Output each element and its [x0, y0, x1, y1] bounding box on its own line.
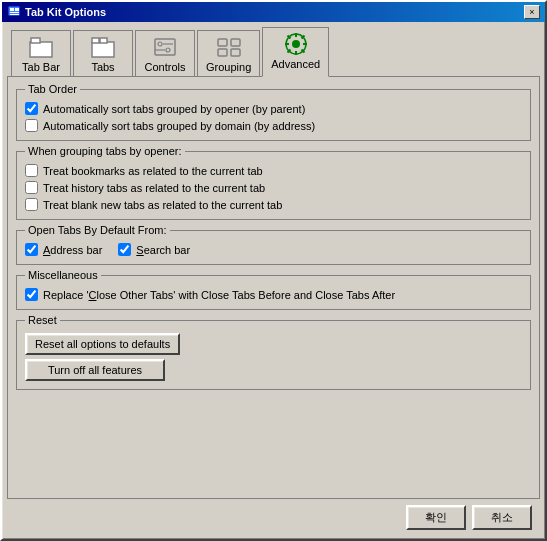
turnoff-button[interactable]: Turn off all features [25, 359, 165, 381]
grouping-label: Grouping [206, 61, 251, 73]
reset-buttons-area: Reset all options to defaults Turn off a… [25, 333, 522, 381]
group-miscellaneous-title: Miscellaneous [25, 269, 101, 281]
checkbox-search-bar[interactable] [118, 243, 131, 256]
title-bar: Tab Kit Options × [2, 2, 545, 22]
checkbox-history-related[interactable] [25, 181, 38, 194]
controls-icon-svg [153, 36, 177, 58]
svg-rect-8 [92, 38, 99, 43]
svg-rect-17 [218, 49, 227, 56]
close-button[interactable]: × [524, 5, 540, 19]
title-bar-controls: × [524, 5, 540, 19]
grouping-icon [217, 35, 241, 59]
content-area: Tab Bar Tabs [2, 22, 545, 539]
checkbox-row-history: Treat history tabs as related to the cur… [25, 181, 522, 194]
checkbox-row-blank: Treat blank new tabs as related to the c… [25, 198, 522, 211]
tab-advanced[interactable]: Advanced [262, 27, 329, 77]
checkbox-close-tabs-option[interactable] [25, 288, 38, 301]
checkbox-sort-opener[interactable] [25, 102, 38, 115]
search-rest: earch bar [144, 244, 190, 256]
tabs-row: Tab Bar Tabs [7, 27, 540, 77]
svg-point-20 [292, 40, 300, 48]
tabs-icon [91, 35, 115, 59]
svg-rect-3 [10, 12, 19, 13]
grouping-icon-svg [217, 35, 241, 59]
address-rest: ddress bar [50, 244, 102, 256]
tab-bar-icon-svg [29, 36, 53, 58]
svg-rect-7 [92, 42, 114, 57]
label-bookmarks-related: Treat bookmarks as related to the curren… [43, 165, 263, 177]
tabs-label: Tabs [91, 61, 114, 73]
svg-rect-2 [15, 8, 19, 11]
group-when-grouping-title: When grouping tabs by opener: [25, 145, 185, 157]
advanced-icon [284, 32, 308, 56]
group-miscellaneous: Miscellaneous Replace 'Close Other Tabs'… [16, 275, 531, 310]
group-reset: Reset Reset all options to defaults Turn… [16, 320, 531, 390]
label-blank-related: Treat blank new tabs as related to the c… [43, 199, 282, 211]
group-tab-order: Tab Order Automatically sort tabs groupe… [16, 89, 531, 141]
tab-bar-label: Tab Bar [22, 61, 60, 73]
group-open-tabs: Open Tabs By Default From: Address bar S… [16, 230, 531, 265]
svg-rect-5 [30, 42, 52, 57]
controls-icon [153, 35, 177, 59]
tab-grouping[interactable]: Grouping [197, 30, 260, 78]
checkbox-sort-domain[interactable] [25, 119, 38, 132]
svg-rect-9 [100, 38, 107, 43]
checkbox-row-misc: Replace 'Close Other Tabs' with Close Ta… [25, 288, 522, 301]
label-sort-opener: Automatically sort tabs grouped by opene… [43, 103, 305, 115]
title-bar-title-group: Tab Kit Options [7, 5, 106, 19]
tab-controls[interactable]: Controls [135, 30, 195, 78]
search-bar-row: Search bar [118, 243, 190, 256]
search-underline: S [136, 244, 143, 256]
footer-buttons: 확인 취소 [7, 499, 540, 534]
tab-tabs[interactable]: Tabs [73, 30, 133, 78]
tab-bar-icon [29, 35, 53, 59]
main-window: Tab Kit Options × Tab Bar [0, 0, 547, 541]
svg-rect-15 [218, 39, 227, 46]
advanced-label: Advanced [271, 58, 320, 70]
svg-rect-1 [10, 8, 14, 11]
tabs-icon-svg [91, 36, 115, 58]
reset-all-button[interactable]: Reset all options to defaults [25, 333, 180, 355]
checkbox-address-bar[interactable] [25, 243, 38, 256]
window-title: Tab Kit Options [25, 6, 106, 18]
svg-point-13 [166, 48, 170, 52]
label-sort-domain: Automatically sort tabs grouped by domai… [43, 120, 315, 132]
svg-rect-4 [10, 14, 19, 15]
group-tab-order-title: Tab Order [25, 83, 80, 95]
ok-button[interactable]: 확인 [406, 505, 466, 530]
checkbox-row-bookmarks: Treat bookmarks as related to the curren… [25, 164, 522, 177]
cancel-button[interactable]: 취소 [472, 505, 532, 530]
svg-rect-6 [31, 38, 40, 43]
group-reset-title: Reset [25, 314, 60, 326]
label-address-bar: Address bar [43, 244, 102, 256]
checkbox-row-sort-opener: Automatically sort tabs grouped by opene… [25, 102, 522, 115]
address-bar-row: Address bar [25, 243, 102, 256]
address-bar-label-text: Address bar [43, 244, 102, 256]
close-underline: C [89, 289, 97, 301]
group-open-tabs-title: Open Tabs By Default From: [25, 224, 170, 236]
window-icon [7, 5, 21, 19]
open-tabs-options-row: Address bar Search bar [25, 243, 522, 256]
svg-rect-10 [155, 39, 175, 55]
tab-panel-advanced: Tab Order Automatically sort tabs groupe… [7, 76, 540, 499]
group-when-grouping: When grouping tabs by opener: Treat book… [16, 151, 531, 220]
svg-rect-16 [231, 39, 240, 46]
checkbox-blank-related[interactable] [25, 198, 38, 211]
svg-point-11 [158, 42, 162, 46]
controls-label: Controls [145, 61, 186, 73]
search-bar-label-text: Search bar [136, 244, 190, 256]
label-search-bar: Search bar [136, 244, 190, 256]
tab-tab-bar[interactable]: Tab Bar [11, 30, 71, 78]
advanced-icon-svg [284, 32, 308, 56]
checkbox-row-sort-domain: Automatically sort tabs grouped by domai… [25, 119, 522, 132]
checkbox-bookmarks-related[interactable] [25, 164, 38, 177]
svg-rect-18 [231, 49, 240, 56]
label-close-tabs-option: Replace 'Close Other Tabs' with Close Ta… [43, 289, 395, 301]
label-history-related: Treat history tabs as related to the cur… [43, 182, 265, 194]
